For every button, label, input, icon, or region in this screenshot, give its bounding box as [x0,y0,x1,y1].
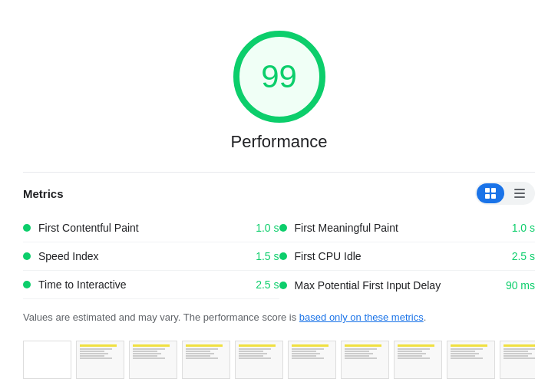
filmstrip-frame-5 [235,341,283,379]
score-value: 99 [261,58,297,95]
metrics-header: Metrics [23,182,535,205]
filmstrip-frame-3 [129,341,177,379]
metric-value-fmp: 1.0 s [497,222,535,234]
metric-dot-fid [279,282,287,289]
filmstrip-frame-7 [341,341,389,379]
svg-rect-6 [514,196,525,198]
metric-row-tti: Time to Interactive 2.5 s [23,271,279,299]
filmstrip-frame-9 [447,341,495,379]
grid-view-button[interactable] [477,183,504,203]
svg-rect-2 [485,194,490,199]
metric-row-fmp: First Meaningful Paint 1.0 s [279,214,536,242]
metric-row-fcp: First Contentful Paint 1.0 s [23,214,279,242]
score-label: Performance [231,132,328,152]
note-prefix: Values are estimated and may vary. The p… [23,311,299,323]
list-view-button[interactable] [506,183,533,203]
filmstrip-frame-4 [182,341,230,379]
metric-name-fmp: First Meaningful Paint [295,222,491,234]
filmstrip-frame-1 [23,341,71,379]
page-container: 99 Performance Metrics [0,0,558,392]
metrics-note: Values are estimated and may vary. The p… [23,299,535,333]
svg-rect-5 [514,193,525,194]
metric-value-tti: 2.5 s [241,278,279,291]
metric-row-fci: First CPU Idle 2.5 s [279,242,536,271]
metric-dot-tti [23,281,31,288]
metric-row-si: Speed Index 1.5 s [23,242,279,271]
list-icon [513,187,526,199]
view-toggle [475,182,535,205]
metric-name-fid: Max Potential First Input Delay [295,279,491,292]
metric-dot-fcp [23,224,31,232]
metrics-section: Metrics [23,172,535,387]
note-link[interactable]: based only on these metrics [299,311,424,323]
metric-dot-si [23,252,31,260]
grid-icon [484,187,497,199]
metrics-title: Metrics [23,187,64,200]
metric-value-fcp: 1.0 s [241,222,279,234]
svg-rect-4 [514,189,525,190]
svg-rect-1 [491,188,496,193]
svg-rect-3 [491,194,496,199]
score-section: 99 Performance [23,15,535,172]
filmstrip-frame-8 [394,341,442,379]
metric-name-fcp: First Contentful Paint [38,222,235,234]
filmstrip-frame-2 [76,341,124,379]
metric-name-tti: Time to Interactive [38,278,235,291]
metric-value-fid: 90 ms [497,279,535,292]
score-circle: 99 [233,31,325,123]
metrics-grid: First Contentful Paint 1.0 s First Meani… [23,214,535,299]
metric-value-fci: 2.5 s [497,250,535,262]
metric-dot-fmp [279,224,287,232]
metric-name-fci: First CPU Idle [295,250,491,262]
filmstrip-frame-10 [500,341,535,379]
filmstrip-frame-6 [288,341,336,379]
note-suffix: . [424,311,427,323]
svg-rect-0 [485,188,490,193]
metric-dot-fci [279,252,287,260]
metric-name-si: Speed Index [38,250,235,262]
metric-row-fid: Max Potential First Input Delay 90 ms [279,271,536,299]
metric-value-si: 1.5 s [241,250,279,262]
filmstrip [23,333,535,387]
